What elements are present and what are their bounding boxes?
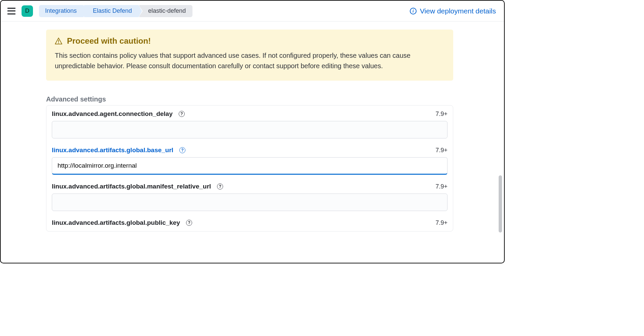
- manifest-relative-url-input[interactable]: [52, 194, 448, 211]
- setting-version: 7.9+: [435, 219, 448, 226]
- callout-body: This section contains policy values that…: [55, 50, 444, 71]
- help-icon[interactable]: ?: [186, 220, 192, 226]
- setting-lhs: linux.advanced.artifacts.global.manifest…: [52, 183, 223, 190]
- caution-callout: Proceed with caution! This section conta…: [46, 30, 453, 81]
- callout-head: Proceed with caution!: [55, 36, 444, 46]
- setting-version: 7.9+: [435, 111, 448, 118]
- help-icon[interactable]: ?: [179, 147, 185, 153]
- section-label: Advanced settings: [46, 95, 453, 103]
- view-deployment-link[interactable]: i View deployment details: [410, 7, 496, 15]
- breadcrumb-current: elastic-defend: [139, 5, 192, 17]
- header-left: D Integrations Elastic Defend elastic-de…: [7, 5, 192, 17]
- breadcrumb-label: Integrations: [45, 7, 77, 14]
- svg-point-1: [58, 43, 59, 43]
- setting-lhs: linux.advanced.artifacts.global.public_k…: [52, 219, 192, 226]
- setting-version: 7.9+: [435, 183, 448, 190]
- breadcrumb-label: Elastic Defend: [93, 7, 132, 14]
- connection-delay-input[interactable]: [52, 121, 448, 138]
- advanced-settings-panel: linux.advanced.agent.connection_delay ? …: [46, 105, 453, 232]
- scrollbar-thumb[interactable]: [499, 175, 502, 233]
- top-header: D Integrations Elastic Defend elastic-de…: [1, 1, 504, 22]
- breadcrumb-label: elastic-defend: [148, 7, 186, 14]
- breadcrumb-elastic-defend[interactable]: Elastic Defend: [84, 5, 139, 17]
- warning-icon: [55, 38, 62, 44]
- avatar[interactable]: D: [22, 5, 33, 17]
- content-inner: Proceed with caution! This section conta…: [46, 30, 453, 232]
- content-scroll[interactable]: Proceed with caution! This section conta…: [1, 22, 504, 263]
- setting-head: linux.advanced.artifacts.global.base_url…: [52, 146, 448, 154]
- view-deployment-label: View deployment details: [420, 7, 496, 15]
- setting-base-url: linux.advanced.artifacts.global.base_url…: [52, 146, 448, 175]
- menu-icon[interactable]: [7, 8, 15, 14]
- setting-head: linux.advanced.agent.connection_delay ? …: [52, 110, 448, 118]
- base-url-input[interactable]: [52, 157, 448, 175]
- setting-label: linux.advanced.artifacts.global.manifest…: [52, 183, 211, 190]
- breadcrumb: Integrations Elastic Defend elastic-defe…: [39, 5, 192, 17]
- callout-title: Proceed with caution!: [67, 36, 151, 46]
- help-icon[interactable]: ?: [179, 111, 185, 117]
- setting-head: linux.advanced.artifacts.global.manifest…: [52, 183, 448, 190]
- setting-label: linux.advanced.agent.connection_delay: [52, 110, 173, 118]
- setting-public-key: linux.advanced.artifacts.global.public_k…: [52, 219, 448, 226]
- setting-label: linux.advanced.artifacts.global.base_url: [52, 146, 173, 154]
- setting-lhs: linux.advanced.agent.connection_delay ?: [52, 110, 185, 118]
- setting-connection-delay: linux.advanced.agent.connection_delay ? …: [52, 110, 448, 138]
- setting-version: 7.9+: [435, 147, 448, 154]
- avatar-letter: D: [25, 7, 30, 14]
- setting-label: linux.advanced.artifacts.global.public_k…: [52, 219, 180, 226]
- setting-head: linux.advanced.artifacts.global.public_k…: [52, 219, 448, 226]
- setting-lhs: linux.advanced.artifacts.global.base_url…: [52, 146, 185, 154]
- info-icon: i: [410, 8, 417, 14]
- breadcrumb-integrations[interactable]: Integrations: [39, 5, 83, 17]
- setting-manifest-relative-url: linux.advanced.artifacts.global.manifest…: [52, 183, 448, 211]
- help-icon[interactable]: ?: [217, 183, 223, 190]
